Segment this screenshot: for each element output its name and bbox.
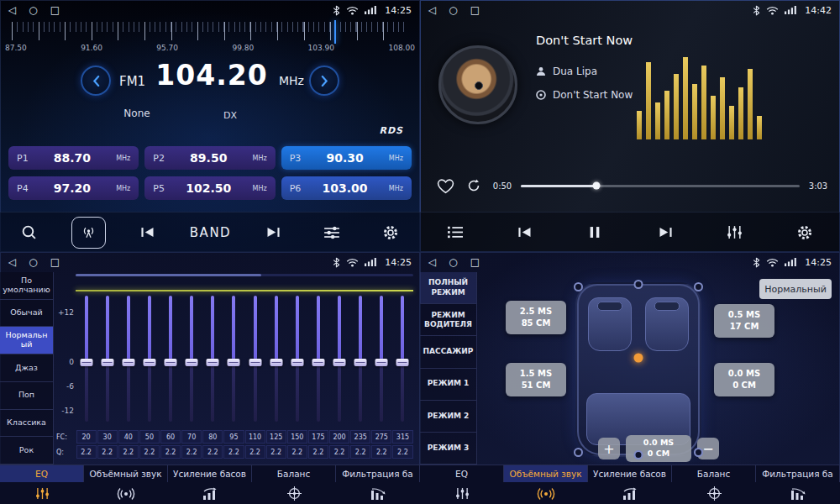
preset-button[interactable]: P2 89.50 MHz: [144, 146, 275, 170]
eq-band[interactable]: [286, 296, 307, 422]
audio-tab[interactable]: Фильтрация ба: [756, 465, 840, 482]
favorite-button[interactable]: [435, 176, 455, 196]
eq-slider-handle[interactable]: [312, 359, 324, 366]
recents-icon[interactable]: □: [50, 257, 60, 267]
eq-band[interactable]: [118, 296, 139, 422]
back-icon[interactable]: ◁: [428, 257, 436, 267]
next-station-button[interactable]: [256, 217, 290, 249]
tune-down-button[interactable]: [81, 66, 111, 96]
audio-tab[interactable]: Усиление басов: [588, 465, 672, 482]
eq-band[interactable]: [265, 296, 286, 422]
eq-slider-handle[interactable]: [396, 359, 409, 366]
eq-preset-item[interactable]: Классика: [0, 410, 53, 438]
eq-scrollbar[interactable]: [76, 274, 413, 276]
balance-tab-icon[interactable]: [252, 482, 336, 504]
listening-mode-item[interactable]: РЕЖИМ 3: [420, 433, 476, 465]
eq-slider-handle[interactable]: [143, 359, 155, 366]
recents-icon[interactable]: □: [470, 257, 480, 267]
eq-slider-handle[interactable]: [165, 359, 177, 366]
eq-band[interactable]: [244, 296, 265, 422]
eq-band[interactable]: [371, 296, 392, 422]
eq-band[interactable]: [392, 296, 413, 422]
eq-preset-item[interactable]: Джаз: [0, 354, 53, 382]
progress-bar[interactable]: [521, 185, 800, 187]
audio-tab[interactable]: EQ: [0, 465, 84, 482]
eq-preset-item[interactable]: Поп: [0, 382, 53, 410]
home-icon[interactable]: ○: [29, 257, 37, 267]
driver-seat[interactable]: [588, 297, 632, 351]
eq-tab-icon[interactable]: [0, 482, 84, 504]
filter-tab-icon[interactable]: [756, 482, 840, 504]
eq-slider-handle[interactable]: [291, 359, 303, 366]
eq-band[interactable]: [350, 296, 371, 422]
surround-tab-icon[interactable]: [84, 482, 168, 504]
eq-band[interactable]: [307, 296, 328, 422]
eq-slider-handle[interactable]: [122, 359, 134, 366]
back-icon[interactable]: ◁: [8, 257, 16, 267]
delay-rear-right[interactable]: 0.0 MS 0 CM: [714, 363, 774, 396]
settings-button[interactable]: [374, 217, 407, 249]
prev-track-button[interactable]: [508, 217, 542, 249]
listening-position-dot[interactable]: [634, 353, 643, 362]
home-icon[interactable]: ○: [29, 5, 37, 15]
home-icon[interactable]: ○: [449, 257, 457, 267]
eq-preset-item[interactable]: Нормальный: [0, 327, 53, 354]
broadcast-button[interactable]: [71, 217, 106, 249]
preset-button[interactable]: P4 97.20 MHz: [8, 176, 139, 200]
listening-mode-item[interactable]: ПАССАЖИР: [420, 336, 476, 368]
preset-button[interactable]: P5 102.50 MHz: [144, 176, 275, 200]
preset-button[interactable]: P1 88.70 MHz: [8, 146, 139, 170]
progress-handle[interactable]: [592, 182, 600, 190]
sound-profile-button[interactable]: Нормальный: [759, 279, 832, 299]
eq-band[interactable]: [160, 296, 181, 422]
prev-station-button[interactable]: [131, 217, 165, 249]
eq-preset-item[interactable]: По умолчанию: [0, 272, 53, 300]
bass-boost-tab-icon[interactable]: [588, 482, 672, 504]
audio-tab[interactable]: Фильтрация ба: [336, 465, 420, 482]
eq-settings-button[interactable]: [315, 217, 349, 249]
audio-tab[interactable]: EQ: [420, 465, 504, 482]
eq-band[interactable]: [76, 296, 97, 422]
audio-tab[interactable]: Объёмный звук: [504, 465, 588, 482]
audio-tab[interactable]: Усиление басов: [168, 465, 252, 482]
audio-tab[interactable]: Объёмный звук: [84, 465, 168, 482]
passenger-seat[interactable]: [645, 297, 689, 351]
eq-slider-handle[interactable]: [249, 359, 261, 366]
back-icon[interactable]: ◁: [8, 5, 16, 15]
delay-front-right[interactable]: 0.5 MS 17 CM: [714, 304, 774, 338]
listening-mode-item[interactable]: РЕЖИМ 2: [420, 401, 476, 433]
eq-band[interactable]: [181, 296, 202, 422]
eq-band[interactable]: [223, 296, 244, 422]
eq-preset-item[interactable]: Обычай: [0, 300, 53, 328]
recents-icon[interactable]: □: [50, 5, 60, 15]
eq-slider-handle[interactable]: [333, 359, 346, 366]
audio-tab[interactable]: Баланс: [252, 465, 336, 482]
frequency-ruler[interactable]: [12, 22, 408, 40]
eq-band[interactable]: [329, 296, 350, 422]
repeat-button[interactable]: [464, 176, 484, 196]
balance-tab-icon[interactable]: [672, 482, 756, 504]
eq-band[interactable]: [139, 296, 160, 422]
preset-button[interactable]: P6 103.00 MHz: [281, 176, 412, 200]
filter-tab-icon[interactable]: [336, 482, 420, 504]
eq-settings-button[interactable]: [718, 217, 752, 249]
settings-button[interactable]: [788, 217, 822, 249]
eq-slider-handle[interactable]: [354, 359, 367, 366]
back-icon[interactable]: ◁: [428, 5, 436, 15]
home-icon[interactable]: ○: [449, 5, 457, 15]
pause-button[interactable]: [578, 217, 612, 249]
preset-button[interactable]: P3 90.30 MHz: [281, 146, 412, 170]
eq-slider-handle[interactable]: [228, 359, 240, 366]
recents-icon[interactable]: □: [470, 5, 480, 15]
eq-band[interactable]: [97, 296, 118, 422]
listening-mode-item[interactable]: РЕЖИМ 1: [420, 369, 476, 401]
eq-slider-handle[interactable]: [101, 359, 113, 366]
audio-tab[interactable]: Баланс: [672, 465, 756, 482]
playlist-button[interactable]: [438, 217, 472, 249]
listening-mode-item[interactable]: ПОЛНЫЙ РЕЖИМ: [420, 272, 476, 304]
eq-slider-handle[interactable]: [186, 359, 198, 366]
eq-slider-handle[interactable]: [207, 359, 219, 366]
search-button[interactable]: [13, 217, 46, 249]
next-track-button[interactable]: [648, 217, 682, 249]
tune-up-button[interactable]: [309, 66, 339, 96]
